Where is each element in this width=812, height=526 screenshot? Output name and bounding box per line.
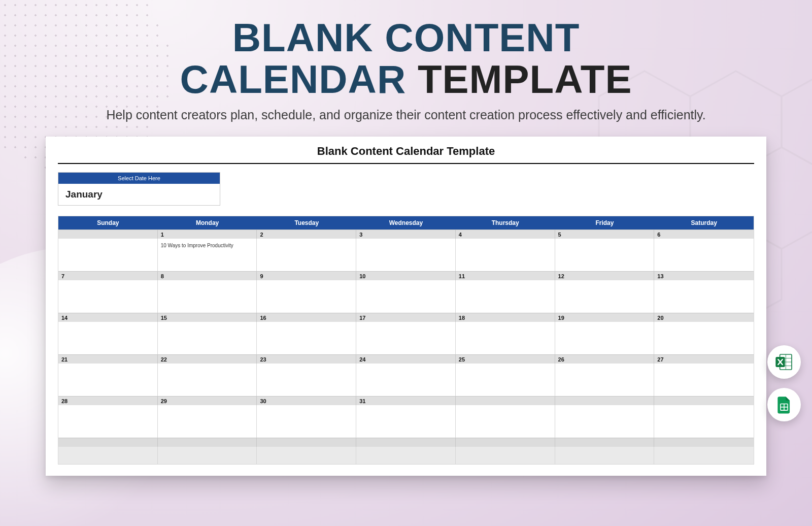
date-cell: 8 — [158, 271, 257, 280]
date-cell: 7 — [58, 271, 158, 280]
calendar-cell[interactable] — [257, 280, 356, 313]
calendar-cell[interactable] — [58, 239, 158, 271]
calendar-cell[interactable] — [158, 364, 257, 396]
date-cell: 21 — [58, 354, 158, 364]
date-cell: 5 — [555, 229, 655, 239]
week-date-row: 21 22 23 24 25 26 27 — [58, 354, 754, 364]
calendar-cell[interactable] — [58, 364, 158, 396]
calendar-cell[interactable] — [456, 447, 555, 464]
date-cell: 27 — [654, 354, 754, 364]
calendar-cell[interactable] — [356, 447, 456, 464]
week-body-row: 10 Ways to Improve Productivity — [58, 239, 754, 271]
calendar-cell[interactable] — [555, 447, 655, 464]
date-cell: 4 — [456, 229, 555, 239]
week-body-row — [58, 280, 754, 313]
date-cell: 23 — [257, 354, 356, 364]
calendar-cell[interactable] — [58, 322, 158, 354]
date-cell: 17 — [356, 313, 456, 322]
date-cell: 6 — [654, 229, 754, 239]
date-cell: 12 — [555, 271, 655, 280]
week-body-row — [58, 405, 754, 438]
calendar-cell[interactable] — [257, 447, 356, 464]
title-line-2b: TEMPLATE — [418, 57, 632, 102]
date-cell: 24 — [356, 354, 456, 364]
calendar-cell[interactable] — [555, 239, 655, 271]
date-cell: 25 — [456, 354, 555, 364]
date-select-label: Select Date Here — [58, 173, 220, 184]
calendar-cell[interactable] — [555, 280, 655, 313]
date-cell: 18 — [456, 313, 555, 322]
calendar-cell[interactable] — [356, 405, 456, 438]
calendar-cell[interactable] — [257, 322, 356, 354]
date-cell: 26 — [555, 354, 655, 364]
date-cell — [356, 438, 456, 447]
date-select-box[interactable]: Select Date Here January — [58, 172, 220, 206]
calendar-cell[interactable] — [158, 405, 257, 438]
calendar-cell[interactable] — [356, 322, 456, 354]
calendar-grid: Sunday Monday Tuesday Wednesday Thursday… — [58, 216, 754, 465]
week-body-row — [58, 364, 754, 396]
calendar-cell[interactable] — [654, 405, 754, 438]
calendar-cell[interactable] — [456, 364, 555, 396]
calendar-cell[interactable] — [654, 239, 754, 271]
calendar-cell[interactable] — [356, 364, 456, 396]
date-cell: 14 — [58, 313, 158, 322]
date-cell: 2 — [257, 229, 356, 239]
week-body-row — [58, 322, 754, 354]
day-header: Sunday — [58, 216, 158, 229]
week-date-row: 14 15 16 17 18 19 20 — [58, 313, 754, 322]
calendar-cell[interactable] — [356, 280, 456, 313]
date-cell: 1 — [158, 229, 257, 239]
calendar-cell[interactable] — [158, 280, 257, 313]
date-cell: 30 — [257, 396, 356, 405]
calendar-cell[interactable] — [456, 322, 555, 354]
date-cell: 10 — [356, 271, 456, 280]
day-header: Tuesday — [257, 216, 356, 229]
day-header: Wednesday — [356, 216, 456, 229]
date-cell: 31 — [356, 396, 456, 405]
calendar-cell[interactable] — [456, 239, 555, 271]
date-cell — [257, 438, 356, 447]
date-cell: 20 — [654, 313, 754, 322]
calendar-cell[interactable] — [158, 447, 257, 464]
calendar-cell[interactable] — [654, 364, 754, 396]
calendar-cell[interactable] — [58, 405, 158, 438]
date-cell: 13 — [654, 271, 754, 280]
date-cell: 22 — [158, 354, 257, 364]
day-header: Monday — [158, 216, 257, 229]
date-cell: 29 — [158, 396, 257, 405]
calendar-cell[interactable]: 10 Ways to Improve Productivity — [158, 239, 257, 271]
calendar-cell[interactable] — [654, 322, 754, 354]
calendar-cell[interactable] — [257, 405, 356, 438]
calendar-cell[interactable] — [456, 280, 555, 313]
date-cell: 9 — [257, 271, 356, 280]
excel-icon[interactable] — [767, 345, 801, 379]
calendar-cell[interactable] — [257, 239, 356, 271]
calendar-cell[interactable] — [555, 364, 655, 396]
date-cell — [654, 438, 754, 447]
date-cell — [58, 438, 158, 447]
calendar-cell[interactable] — [158, 322, 257, 354]
date-cell: 11 — [456, 271, 555, 280]
date-cell — [58, 229, 158, 239]
calendar-cell[interactable] — [257, 364, 356, 396]
week-date-row: 7 8 9 10 11 12 13 — [58, 271, 754, 280]
calendar-cell[interactable] — [58, 280, 158, 313]
calendar-cell[interactable] — [456, 405, 555, 438]
date-cell: 28 — [58, 396, 158, 405]
google-sheets-icon[interactable] — [767, 388, 801, 421]
calendar-cell[interactable] — [555, 405, 655, 438]
template-preview-card: Blank Content Calendar Template Select D… — [46, 137, 766, 476]
card-title: Blank Content Calendar Template — [58, 145, 754, 164]
calendar-cell[interactable] — [58, 447, 158, 464]
calendar-cell[interactable] — [555, 322, 655, 354]
date-cell — [555, 396, 655, 405]
date-cell: 16 — [257, 313, 356, 322]
week-date-row: 28 29 30 31 — [58, 396, 754, 405]
week-body-row — [58, 447, 754, 464]
calendar-cell[interactable] — [654, 447, 754, 464]
subtitle: Help content creators plan, schedule, an… — [0, 108, 812, 122]
date-cell — [456, 396, 555, 405]
calendar-cell[interactable] — [654, 280, 754, 313]
calendar-cell[interactable] — [356, 239, 456, 271]
